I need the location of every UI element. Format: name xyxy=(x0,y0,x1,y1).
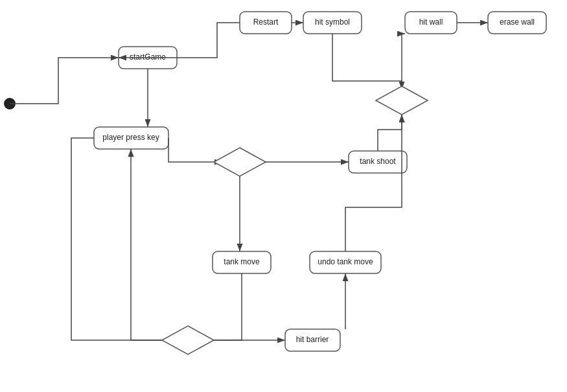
arrow-diamond2-back-to-player xyxy=(131,149,162,340)
decision-diamond2 xyxy=(162,326,214,354)
arrow-tankshoot-to-hitdiamond xyxy=(378,115,402,151)
undo-tank-move-label: undo tank move xyxy=(318,257,373,266)
erase-wall-label: erase wall xyxy=(500,17,535,27)
arrow-start-to-startgame xyxy=(10,58,119,104)
arrow-player-to-diamond1 xyxy=(168,138,222,162)
decision-diamond1 xyxy=(214,148,266,176)
loop-line-left xyxy=(71,138,162,340)
hit-wall-label: hit wall xyxy=(419,17,443,27)
tank-move-label: tank move xyxy=(224,257,260,266)
arrow-undo-to-diamond xyxy=(345,115,402,251)
start-game-label: startGame xyxy=(130,52,166,62)
flowchart-diagram: startGame Restart hit symbol hit wall er… xyxy=(0,0,567,392)
tank-shoot-label: tank shoot xyxy=(360,157,396,166)
hit-symbol-label: hit symbol xyxy=(315,17,350,27)
restart-label: Restart xyxy=(253,17,279,27)
hit-barrier-label: hit barrier xyxy=(296,335,329,344)
arrow-diamond-to-hitwall xyxy=(402,34,405,86)
hit-detection-diamond xyxy=(376,86,428,115)
arrow-hitsymbol-to-diamond xyxy=(332,34,402,89)
player-press-key-label: player press key xyxy=(102,133,159,142)
